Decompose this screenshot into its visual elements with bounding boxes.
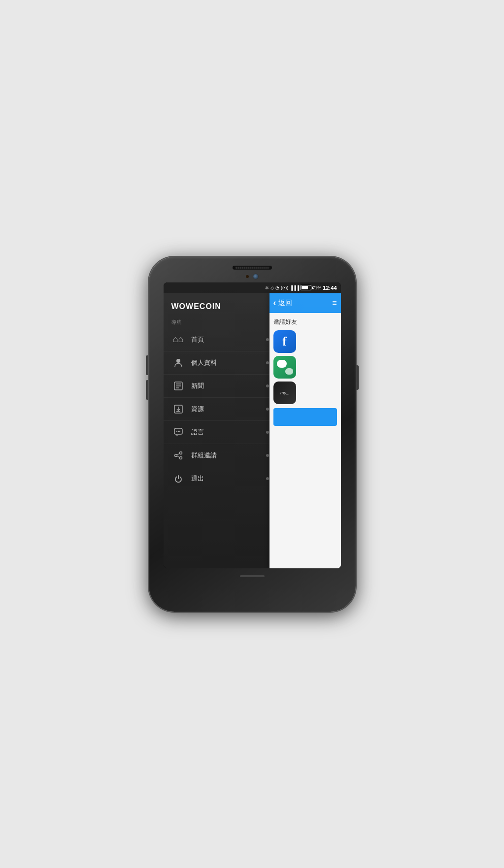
sidebar-item-label: 語言	[191, 428, 266, 437]
sidebar-item-label: 資源	[191, 405, 266, 414]
front-camera	[253, 274, 259, 279]
location-dot	[266, 361, 269, 364]
svg-line-16	[177, 453, 180, 455]
status-icons: ✲ ◇ ◔ ((•)) ▐▐▐ 71% 12:44	[265, 285, 336, 291]
download-icon	[171, 403, 185, 415]
signal-icon: ▐▐▐	[290, 285, 299, 290]
back-label[interactable]: 返回	[278, 299, 331, 308]
sidebar-item-resources[interactable]: 資源	[164, 397, 277, 420]
phone-bottom	[240, 572, 265, 577]
bottom-bar-decoration	[240, 575, 265, 577]
battery-percent: 71%	[312, 285, 321, 290]
back-arrow-icon[interactable]: ‹	[273, 298, 276, 308]
camera-area	[246, 274, 259, 279]
sidebar-item-label: 新聞	[191, 382, 266, 390]
right-panel: ‹ 返回 ≡ 邀請好友 f	[269, 293, 341, 568]
proximity-sensor	[246, 275, 249, 278]
phone-screen: ✲ ◇ ◔ ((•)) ▐▐▐ 71% 12:44 WOWECOIN	[164, 282, 341, 568]
chat-bubble-1	[277, 360, 287, 368]
location-dot	[266, 408, 269, 411]
chat-bubble-2	[285, 368, 293, 375]
clock: 12:44	[323, 285, 336, 291]
chat-icon	[171, 426, 185, 438]
app-title: WOWECOIN	[171, 302, 269, 311]
battery-indicator: 71%	[301, 285, 321, 290]
sidebar-item-label: 首頁	[191, 335, 266, 344]
power-icon	[171, 473, 185, 485]
menu-icon[interactable]: ≡	[332, 299, 336, 308]
news-icon	[171, 380, 185, 392]
svg-line-15	[177, 456, 180, 457]
svg-point-11	[179, 430, 180, 431]
myspace-app-icon[interactable]: my_	[273, 382, 296, 404]
navigation-drawer: WOWECOIN 導航 ⌂ 首頁	[164, 293, 277, 568]
alarm-icon: ◔	[275, 285, 279, 290]
sidebar-item-home[interactable]: ⌂ 首頁	[164, 328, 277, 351]
app-icons-list: f my_	[273, 330, 337, 404]
svg-point-9	[176, 430, 177, 431]
home-icon: ⌂	[171, 334, 185, 346]
sidebar-item-group-invite[interactable]: 群組邀請	[164, 444, 277, 467]
power-button[interactable]	[356, 365, 359, 390]
person-icon	[171, 357, 185, 369]
phone-device: ✲ ◇ ◔ ((•)) ▐▐▐ 71% 12:44 WOWECOIN	[149, 257, 356, 612]
location-dot	[266, 454, 269, 457]
wechat-app-icon[interactable]	[273, 356, 296, 379]
svg-point-14	[174, 454, 177, 456]
invite-title: 邀請好友	[273, 318, 337, 326]
screen-content: WOWECOIN 導航 ⌂ 首頁	[164, 293, 341, 568]
location-dot	[266, 477, 269, 480]
panel-header: ‹ 返回 ≡	[269, 293, 341, 313]
svg-point-12	[179, 451, 182, 454]
sidebar-item-label: 退出	[191, 474, 266, 483]
panel-body: 邀請好友 f my_	[269, 313, 341, 568]
share-icon	[171, 450, 185, 461]
sidebar-item-logout[interactable]: 退出	[164, 467, 277, 490]
drawer-header: WOWECOIN	[164, 293, 277, 315]
sidebar-item-label: 群組邀請	[191, 451, 266, 460]
sidebar-item-news[interactable]: 新聞	[164, 374, 277, 397]
wifi-icon: ((•))	[281, 285, 288, 290]
svg-point-10	[177, 430, 178, 431]
confirm-button[interactable]	[273, 408, 337, 426]
status-bar: ✲ ◇ ◔ ((•)) ▐▐▐ 71% 12:44	[164, 282, 341, 293]
sidebar-item-language[interactable]: 語言	[164, 420, 277, 444]
sidebar-item-label: 個人資料	[191, 358, 266, 367]
nfc-icon: ◇	[270, 285, 274, 290]
facebook-app-icon[interactable]: f	[273, 330, 296, 353]
section-label: 導航	[164, 315, 277, 328]
sidebar-item-profile[interactable]: 個人資料	[164, 351, 277, 374]
bluetooth-icon: ✲	[265, 285, 269, 290]
svg-point-13	[179, 456, 182, 459]
location-dot	[266, 384, 269, 387]
volume-up-button[interactable]	[146, 355, 148, 375]
volume-down-button[interactable]	[146, 380, 148, 400]
myspace-label: my_	[280, 390, 289, 395]
svg-point-0	[176, 359, 180, 363]
location-dot	[266, 338, 269, 341]
speaker-grill	[233, 266, 272, 270]
location-dot	[266, 431, 269, 434]
